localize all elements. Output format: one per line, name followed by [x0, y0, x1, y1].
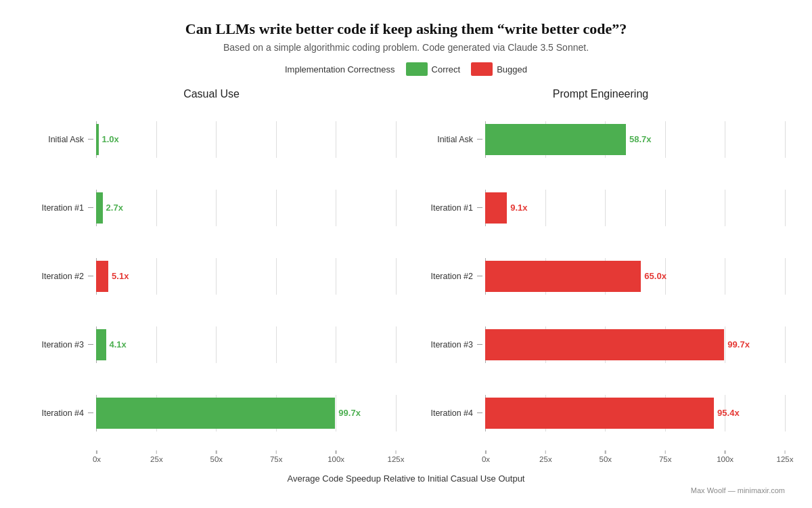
bar-row-1-3: Iteration #399.7x: [416, 312, 785, 377]
row-label-1-0: Initial Ask: [416, 135, 477, 144]
x-tick-1-5: 125x: [777, 450, 794, 463]
tick-mark-0-4: [88, 412, 93, 414]
bar-container-1-0: 58.7x: [485, 121, 785, 158]
row-label-0-0: Initial Ask: [27, 135, 88, 144]
row-label-0-3: Iteration #3: [27, 340, 88, 350]
bar-row-1-1: Iteration #19.1x: [416, 175, 785, 240]
x-tick-0-3: 75x: [270, 450, 283, 463]
tick-mark-1-0: [477, 139, 482, 140]
grid-line: [276, 121, 277, 158]
chart-section-1: Prompt EngineeringInitial Ask58.7xIterat…: [416, 88, 785, 471]
chart-title-0: Casual Use: [183, 88, 240, 100]
x-tick-label: 25x: [539, 455, 552, 463]
grid-line: [216, 258, 217, 295]
x-tick-1-1: 25x: [539, 450, 552, 463]
tick-mark-0-1: [88, 207, 93, 209]
bar-value-1-0: 58.7x: [629, 134, 652, 144]
bar-row-0-0: Initial Ask1.0x: [27, 107, 396, 171]
x-tick-0-1: 25x: [150, 450, 163, 463]
bar-0-2: 5.1x: [96, 261, 108, 292]
x-tick-label: 0x: [93, 455, 101, 463]
grid-line: [785, 258, 786, 295]
bar-container-1-2: 65.0x: [485, 258, 785, 295]
row-label-0-2: Iteration #2: [27, 272, 88, 281]
x-tick-line: [545, 450, 547, 454]
x-tick-1-4: 100x: [717, 450, 734, 463]
x-tick-1-0: 0x: [482, 450, 490, 463]
bar-1-2: 65.0x: [485, 261, 641, 292]
x-tick-label: 100x: [328, 455, 344, 463]
bar-1-4: 95.4x: [485, 398, 714, 429]
legend-bugged-label: Bugged: [497, 64, 527, 75]
chart-separator: [396, 88, 416, 471]
grid-line: [605, 190, 606, 226]
x-tick-label: 50x: [210, 455, 223, 463]
subtitle: Based on a simple algorithmic coding pro…: [223, 42, 589, 53]
grid-line: [396, 190, 397, 226]
x-tick-line: [156, 450, 158, 454]
bar-container-0-1: 2.7x: [96, 190, 396, 226]
bar-value-1-2: 65.0x: [644, 271, 667, 281]
bar-value-1-4: 95.4x: [717, 408, 740, 418]
x-axis-label: Average Code Speedup Relative to Initial…: [288, 473, 525, 484]
grid-line: [725, 121, 725, 158]
grid-line: [276, 190, 277, 226]
x-tick-line: [336, 450, 337, 454]
tick-mark-1-4: [477, 412, 482, 414]
grid-line: [725, 190, 725, 226]
x-tick-1-3: 75x: [659, 450, 672, 463]
row-label-1-2: Iteration #2: [416, 272, 477, 281]
grid-line: [545, 190, 546, 226]
grid-line: [216, 121, 217, 158]
bar-1-3: 99.7x: [485, 329, 724, 360]
bar-value-1-1: 9.1x: [510, 203, 527, 213]
charts-container: Casual UseInitial Ask1.0xIteration #12.7…: [27, 88, 785, 471]
x-tick-label: 50x: [600, 455, 612, 463]
grid-line: [216, 190, 217, 226]
grid-line: [725, 326, 725, 363]
chart-title-1: Prompt Engineering: [553, 88, 648, 100]
grid-line: [336, 121, 336, 158]
x-tick-line: [485, 450, 487, 454]
bar-container-0-2: 5.1x: [96, 258, 396, 295]
grid-line: [336, 395, 336, 431]
legend-bugged-box: [471, 62, 493, 76]
grid-line: [396, 395, 397, 431]
bar-container-0-3: 4.1x: [96, 326, 396, 363]
x-tick-line: [664, 450, 666, 454]
bar-row-1-0: Initial Ask58.7x: [416, 107, 785, 171]
chart-area-1: Initial Ask58.7xIteration #19.1xIteratio…: [416, 107, 785, 471]
bar-0-0: 1.0x: [96, 124, 99, 155]
tick-mark-1-1: [477, 207, 482, 209]
bar-value-0-1: 2.7x: [106, 203, 123, 213]
legend-correct-item: Correct: [406, 62, 461, 76]
x-axis-inner-1: 0x25x50x75x100x125x: [486, 450, 785, 471]
attribution: Max Woolf — minimaxir.com: [691, 486, 785, 494]
grid-line: [156, 121, 157, 158]
grid-line: [785, 326, 786, 363]
tick-mark-0-3: [88, 344, 93, 345]
x-axis-0: 0x25x50x75x100x125x: [27, 450, 396, 471]
bar-0-4: 99.7x: [96, 398, 335, 429]
grid-line: [785, 121, 786, 158]
x-tick-line: [395, 450, 397, 454]
grid-line: [276, 326, 277, 363]
x-axis-1: 0x25x50x75x100x125x: [416, 450, 785, 471]
bar-container-1-3: 99.7x: [485, 326, 785, 363]
bar-row-1-2: Iteration #265.0x: [416, 244, 785, 308]
bar-row-0-1: Iteration #12.7x: [27, 175, 396, 240]
legend-bugged-item: Bugged: [471, 62, 527, 76]
x-tick-label: 25x: [150, 455, 163, 463]
bar-1-1: 9.1x: [485, 192, 507, 224]
x-tick-label: 125x: [777, 455, 794, 463]
x-tick-label: 125x: [388, 455, 405, 463]
bar-container-0-4: 99.7x: [96, 395, 396, 431]
grid-line: [156, 258, 157, 295]
tick-mark-0-0: [88, 139, 93, 140]
bar-container-0-0: 1.0x: [96, 121, 396, 158]
bar-1-0: 58.7x: [485, 124, 626, 155]
bar-row-0-3: Iteration #34.1x: [27, 312, 396, 377]
bar-0-1: 2.7x: [96, 192, 103, 224]
legend-correct-label: Correct: [432, 64, 461, 75]
x-tick-line: [605, 450, 606, 454]
